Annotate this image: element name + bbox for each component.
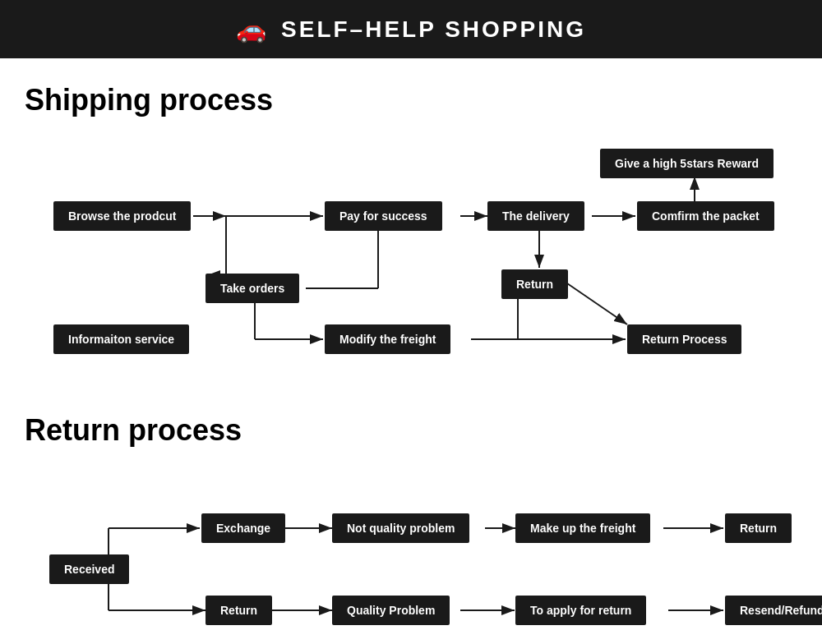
svg-line-9	[567, 283, 627, 324]
shipping-diagram: Give a high 5stars Reward Browse the pro…	[25, 142, 797, 397]
not-quality-box: Not quality problem	[332, 513, 469, 543]
main-content: Shipping process	[0, 58, 822, 644]
five-stars-box: Give a high 5stars Reward	[600, 149, 774, 178]
apply-return-box: To apply for return	[515, 596, 646, 625]
exchange-box: Exchange	[201, 513, 285, 543]
car-icon: 🚗	[236, 15, 266, 44]
pay-box: Pay for success	[325, 201, 442, 231]
browse-box: Browse the prodcut	[53, 201, 191, 231]
shipping-title: Shipping process	[25, 83, 797, 117]
return1-box: Return	[725, 513, 792, 543]
delivery-box: The delivery	[487, 201, 584, 231]
header-title: SELF–HELP SHOPPING	[281, 16, 586, 43]
resend-refund-box: Resend/Refund	[725, 596, 822, 625]
take-orders-box: Take orders	[206, 274, 299, 303]
quality-problem-box: Quality Problem	[332, 596, 450, 625]
header: 🚗 SELF–HELP SHOPPING	[0, 0, 822, 58]
return-diagram: Received Exchange Not quality problem Ma…	[25, 472, 797, 644]
makeup-freight-box: Make up the freight	[515, 513, 650, 543]
received-box: Received	[49, 554, 129, 584]
shipping-arrows	[25, 142, 797, 397]
return-box: Return	[501, 269, 568, 299]
return-title: Return process	[25, 413, 797, 448]
confirm-box: Comfirm the packet	[637, 201, 774, 231]
return2-box: Return	[206, 596, 272, 625]
information-box: Informaiton service	[53, 324, 189, 354]
return-process-box: Return Process	[627, 324, 741, 354]
modify-box: Modify the freight	[325, 324, 450, 354]
